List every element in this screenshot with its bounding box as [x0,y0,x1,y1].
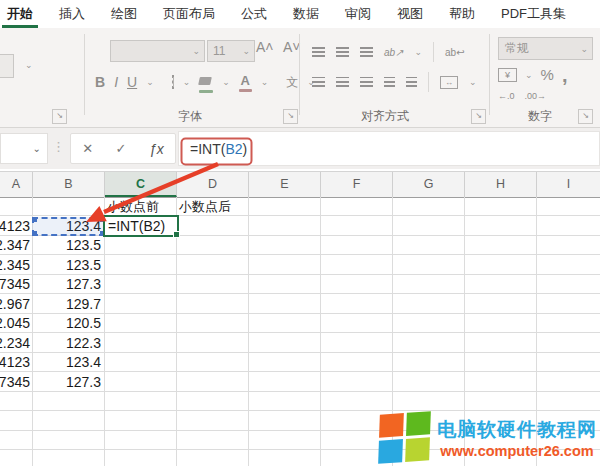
cell-a3[interactable]: 2.347 [0,236,30,256]
name-box[interactable]: ⌄ [0,133,48,164]
cell-b9[interactable]: 123.4 [33,353,101,373]
formula-bar: ⌄ ⋮ ✕ ✓ ƒx =INT(B2) [0,128,600,170]
watermark-url: www.computer26.com [440,443,593,459]
align-center-icon[interactable] [336,77,349,87]
cell-a8[interactable]: 2.234 [0,334,30,354]
decrease-font-size-icon[interactable]: A˅ [283,39,301,55]
column-header-g[interactable]: G [393,172,465,197]
increase-font-size-icon[interactable]: A˄ [256,39,274,55]
cell-a2[interactable]: 4123 [0,217,30,237]
font-size-combo[interactable]: 11 ⌄ [207,40,255,62]
align-bottom-icon[interactable] [360,47,373,57]
cell-b3[interactable]: 123.5 [33,236,101,256]
cell-a5[interactable]: 7345 [0,275,30,295]
align-left-icon[interactable] [312,77,325,87]
cell-d1[interactable]: 小数点后 [179,197,231,217]
chevron-down-icon[interactable]: ⌄ [183,77,191,87]
tab-help[interactable]: 帮助 [436,0,488,28]
number-format-combo[interactable]: 常规 ⌄ [498,37,593,60]
clipboard-dialog-launcher[interactable]: ↘ [52,109,67,124]
cell-c1[interactable]: 小数点前 [107,197,159,217]
cell-b8[interactable]: 122.3 [33,334,101,354]
cell-b5[interactable]: 127.3 [33,275,101,295]
chevron-down-icon[interactable]: ⌄ [33,143,47,154]
reference-marquee-b2 [32,217,105,237]
column-header-d[interactable]: D [177,172,249,197]
decrease-decimal-icon[interactable]: .00→ [525,91,547,101]
borders-icon[interactable] [172,75,174,89]
cell-b7[interactable]: 120.5 [33,314,101,334]
fill-handle[interactable] [173,231,180,238]
formula-input[interactable]: =INT(B2) [178,131,600,166]
comma-style-icon[interactable]: , [562,70,568,80]
merge-center-icon[interactable]: ↔ [440,76,458,89]
font-dialog-launcher[interactable]: ↘ [283,109,298,124]
enter-icon[interactable]: ✓ [116,141,127,156]
column-header-i[interactable]: I [537,172,600,197]
increase-indent-icon[interactable] [406,77,417,87]
column-header-a[interactable]: A [0,172,33,197]
chevron-down-icon[interactable]: ⌄ [525,70,533,80]
cell-a4[interactable]: 2.345 [0,256,30,276]
column-header-b[interactable]: B [33,172,105,197]
alignment-group-label: 对齐方式 [340,108,430,125]
cell-a10[interactable]: 7345 [0,373,30,393]
cell-a6[interactable]: 2.967 [0,295,30,315]
align-middle-icon[interactable] [336,47,349,57]
paste-options-icon[interactable] [0,54,14,78]
chevron-down-icon: ⌄ [576,44,592,54]
tab-pdf-tools[interactable]: PDF工具集 [488,0,579,28]
insert-function-icon[interactable]: ƒx [149,141,164,157]
increase-decimal-icon[interactable]: ←.0 [498,91,515,101]
tab-formulas[interactable]: 公式 [228,0,280,28]
column-headers: A B C D E F G H I [0,171,600,198]
formula-bar-grip[interactable]: ⋮ [52,137,65,157]
decrease-indent-icon[interactable] [384,77,395,87]
fill-color-icon[interactable] [199,71,213,93]
chevron-down-icon[interactable]: ⌄ [415,47,423,57]
logo-square-blue [378,439,403,464]
column-header-c[interactable]: C [105,172,177,197]
italic-button[interactable]: I [114,74,118,90]
chevron-down-icon[interactable]: ⌄ [222,77,230,87]
chevron-down-icon[interactable]: ⌄ [469,77,477,87]
logo-square-orange [379,413,404,438]
cancel-icon[interactable]: ✕ [82,141,93,156]
column-header-e[interactable]: E [249,172,321,197]
wrap-text-icon[interactable]: ab↩ [445,47,465,58]
align-top-icon[interactable] [312,47,325,57]
column-header-f[interactable]: F [321,172,393,197]
number-dialog-launcher[interactable]: ↘ [578,109,593,124]
active-cell-c2[interactable]: =INT(B2) [103,215,179,237]
font-color-icon[interactable]: A [239,73,252,92]
tab-view[interactable]: 视图 [384,0,436,28]
align-right-icon[interactable] [360,77,373,87]
chevron-down-icon[interactable]: ⌄ [261,77,269,87]
tab-page-layout[interactable]: 页面布局 [150,0,228,28]
cell-a9[interactable]: 4123 [0,353,30,373]
orientation-icon[interactable]: ab↗ [384,47,404,58]
accounting-format-icon[interactable]: ¥ [498,68,517,82]
tab-data[interactable]: 数据 [280,0,332,28]
chevron-down-icon[interactable]: ⌄ [146,77,154,87]
column-header-h[interactable]: H [465,172,537,197]
alignment-dialog-launcher[interactable]: ↘ [471,109,486,124]
ribbon-tab-bar: 开始 插入 绘图 页面布局 公式 数据 审阅 视图 帮助 PDF工具集 [0,0,600,28]
cell-b10[interactable]: 127.3 [33,373,101,393]
logo-square-yellow [405,437,430,462]
cell-b4[interactable]: 123.5 [33,256,101,276]
tab-home[interactable]: 开始 [0,0,46,28]
ribbon: ⌄ ↘ ⌄ 11 ⌄ A˄ A˅ B I U ⌄ ⌄ ⌄ A ⌄ 文 ⌄ [0,28,600,128]
font-size-value: 11 [213,44,225,58]
underline-button[interactable]: U [127,74,137,90]
tab-insert[interactable]: 插入 [46,0,98,28]
percent-style-icon[interactable]: % [541,66,554,83]
cell-a7[interactable]: 2.045 [0,314,30,334]
phonetic-guide-icon[interactable]: 文 [286,74,298,91]
cell-b6[interactable]: 129.7 [33,295,101,315]
tab-review[interactable]: 审阅 [332,0,384,28]
font-name-combo[interactable]: ⌄ [110,40,205,62]
bold-button[interactable]: B [95,74,105,90]
chevron-down-icon[interactable]: ⌄ [25,60,33,70]
tab-draw[interactable]: 绘图 [98,0,150,28]
